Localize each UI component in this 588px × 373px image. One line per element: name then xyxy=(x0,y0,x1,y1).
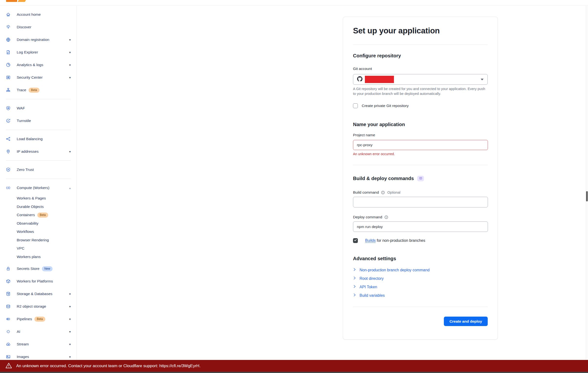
beta-badge: Beta xyxy=(29,88,40,93)
sidebar-item-account-home[interactable]: Account home xyxy=(0,8,77,21)
git-helper-text: A Git repository will be created for you… xyxy=(353,87,488,96)
divider xyxy=(353,307,488,307)
sidebar-item-label: Trace xyxy=(17,88,26,92)
divider xyxy=(353,45,488,45)
sidebar-item-label: Images xyxy=(17,355,29,359)
sidebar-item-analytics-logs[interactable]: Analytics & logs▾ xyxy=(0,59,77,71)
pipeline-icon xyxy=(6,317,11,322)
info-icon[interactable] xyxy=(384,215,388,219)
sidebar-item-ip-addresses[interactable]: IP addresses▾ xyxy=(0,145,77,158)
sidebar-item-label: Workflows xyxy=(17,230,34,234)
sidebar-item-label: VPC xyxy=(17,246,24,251)
sidebar-item-containers[interactable]: ContainersBeta xyxy=(0,211,77,219)
deploy-command-input[interactable] xyxy=(353,222,488,232)
project-name-input[interactable] xyxy=(353,140,488,150)
sidebar-item-workers-pages[interactable]: Workers & Pages xyxy=(0,194,77,202)
info-icon[interactable] xyxy=(381,191,385,195)
sidebar-item-stream[interactable]: Stream▾ xyxy=(0,338,77,351)
rotate-check-icon xyxy=(6,118,11,123)
builds-label-rest: for non-production branches xyxy=(376,238,425,242)
share-nodes-icon xyxy=(6,137,11,141)
shield-arrow-icon xyxy=(6,167,11,172)
sidebar-item-storage-databases[interactable]: Storage & Databases▾ xyxy=(0,288,77,300)
sidebar-item-label: Workers plans xyxy=(17,255,41,259)
advanced-link-build-variables[interactable]: Build variables xyxy=(353,293,488,298)
build-command-input[interactable] xyxy=(353,197,488,207)
sidebar-item-trace[interactable]: TraceBeta xyxy=(0,84,77,96)
advanced-link-non-production-branch-deploy-command[interactable]: Non-production branch deploy command xyxy=(353,268,488,272)
sidebar-item-security-center[interactable]: Security Center▾ xyxy=(0,71,77,84)
sidebar-item-turnstile[interactable]: Turnstile xyxy=(0,114,77,127)
project-name-error: An unknown error occurred. xyxy=(353,152,488,156)
sidebar-item-compute-workers[interactable]: Compute (Workers)▴ xyxy=(0,181,77,194)
sidebar-item-waf[interactable]: WAF xyxy=(0,102,77,114)
sidebar-item-label: AI xyxy=(17,329,20,334)
sidebar-item-domain-registration[interactable]: Domain registration▾ xyxy=(0,33,77,46)
sidebar-item-workers-plans[interactable]: Workers plans xyxy=(0,253,77,261)
sidebar-item-zero-trust[interactable]: Zero Trust xyxy=(0,163,77,176)
advanced-settings-links: Non-production branch deploy commandRoot… xyxy=(353,268,488,298)
lightbulb-icon xyxy=(6,25,11,30)
docs-badge[interactable] xyxy=(417,176,424,181)
scrollbar-track[interactable] xyxy=(586,6,588,360)
sidebar-item-discover[interactable]: Discover xyxy=(0,21,77,33)
home-icon xyxy=(6,12,11,17)
sidebar-item-label: Pipelines xyxy=(17,317,32,321)
image-icon xyxy=(6,354,11,359)
optional-label: Optional xyxy=(387,190,400,195)
sidebar-item-browser-rendering[interactable]: Browser Rendering xyxy=(0,236,77,244)
sparkles-icon xyxy=(6,329,11,334)
chevron-down-icon xyxy=(481,79,483,80)
sidebar-item-r2-object-storage[interactable]: R2 object storage▾ xyxy=(0,300,77,313)
sidebar-item-load-balancing[interactable]: Load Balancing xyxy=(0,133,77,145)
sidebar-item-label: IP addresses xyxy=(17,149,39,154)
sidebar-item-label: Stream xyxy=(17,342,29,346)
sidebar-item-label: Account home xyxy=(17,12,41,17)
chevron-down-icon: ▾ xyxy=(69,318,71,321)
bottom-strip xyxy=(0,372,588,373)
beta-badge: Beta xyxy=(37,212,48,218)
sidebar-item-vpc[interactable]: VPC xyxy=(0,244,77,253)
advanced-link-root-directory[interactable]: Root directory xyxy=(353,276,488,281)
scrollbar-thumb[interactable] xyxy=(586,191,588,202)
chevron-down-icon: ▾ xyxy=(69,76,71,79)
advanced-link-api-token[interactable]: API Token xyxy=(353,285,488,289)
warning-triangle-icon xyxy=(5,362,12,370)
page-title: Set up your application xyxy=(353,26,488,36)
cloudflare-logo-fragment xyxy=(6,0,25,2)
chevron-down-icon: ▾ xyxy=(69,330,71,333)
chevron-down-icon: ▾ xyxy=(69,38,71,41)
sidebar-item-observability[interactable]: Observability xyxy=(0,219,77,228)
sidebar-item-durable-objects[interactable]: Durable Objects xyxy=(0,202,77,211)
create-private-repo-checkbox[interactable] xyxy=(353,103,358,108)
sidebar-item-label: Zero Trust xyxy=(17,168,34,172)
cube-icon xyxy=(6,279,11,284)
sidebar-item-workflows[interactable]: Workflows xyxy=(0,228,77,236)
build-deploy-heading-text: Build & deploy commands xyxy=(353,175,414,181)
project-name-label: Project name xyxy=(353,133,488,138)
advanced-link-label: Build variables xyxy=(359,293,385,298)
create-private-repo-checkbox-row[interactable]: Create private Git repository xyxy=(353,103,488,108)
chevron-right-icon xyxy=(353,293,356,298)
sidebar-item-ai[interactable]: AI▾ xyxy=(0,325,77,338)
sidebar-item-log-explorer[interactable]: Log Explorer▾ xyxy=(0,46,77,59)
deploy-command-label: Deploy command xyxy=(353,215,488,220)
sidebar-item-pipelines[interactable]: PipelinesBeta▾ xyxy=(0,313,77,325)
setup-application-card: Set up your application Configure reposi… xyxy=(343,17,498,340)
sidebar-item-label: Workers for Platforms xyxy=(17,279,53,283)
build-command-label: Build command Optional xyxy=(353,190,488,195)
create-and-deploy-button[interactable]: Create and deploy xyxy=(444,317,488,326)
git-account-label: Git account xyxy=(353,66,488,71)
sidebar-item-label: Storage & Databases xyxy=(17,292,52,296)
sidebar-item-secrets-store[interactable]: Secrets StoreNew xyxy=(0,262,77,275)
builds-non-production-row[interactable]: Builds for non-production branches xyxy=(353,238,488,243)
sidebar-item-workers-for-platforms[interactable]: Workers for Platforms xyxy=(0,275,77,288)
git-account-select[interactable] xyxy=(353,74,488,85)
builds-link[interactable]: Builds xyxy=(365,238,376,242)
builds-checkbox[interactable] xyxy=(353,238,358,243)
chevron-down-icon: ▾ xyxy=(69,355,71,358)
top-bar xyxy=(0,0,588,6)
error-banner-text: An unknown error occurred. Contact your … xyxy=(16,363,201,368)
sidebar-item-images[interactable]: Images▾ xyxy=(0,351,77,360)
code-bolt-icon xyxy=(6,185,11,190)
